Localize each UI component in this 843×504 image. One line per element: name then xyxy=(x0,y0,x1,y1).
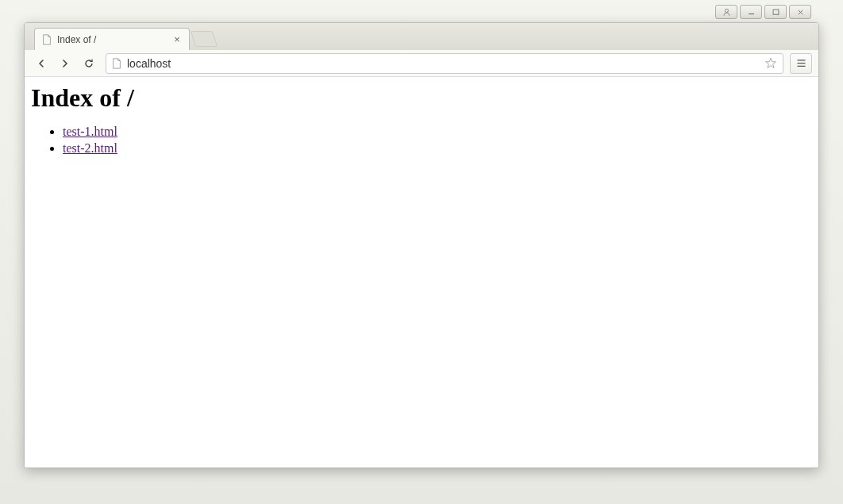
browser-toolbar: localhost xyxy=(25,50,818,77)
browser-tab[interactable]: Index of / × xyxy=(34,28,190,50)
svg-point-0 xyxy=(725,9,728,12)
menu-button[interactable] xyxy=(790,53,812,74)
svg-rect-2 xyxy=(773,10,779,14)
directory-listing: test-1.html test-2.html xyxy=(31,124,812,157)
bookmark-star-icon[interactable] xyxy=(764,56,778,71)
close-window-button[interactable] xyxy=(789,5,811,19)
list-item: test-2.html xyxy=(63,140,812,157)
tab-strip: Index of / × xyxy=(25,23,818,50)
list-item: test-1.html xyxy=(63,124,812,140)
reload-button[interactable] xyxy=(79,53,99,74)
maximize-button[interactable] xyxy=(764,5,787,19)
back-button[interactable] xyxy=(31,53,52,74)
new-tab-button[interactable] xyxy=(191,31,217,47)
close-tab-icon[interactable]: × xyxy=(171,34,183,45)
page-icon xyxy=(111,58,122,69)
forward-button[interactable] xyxy=(55,53,75,74)
file-link[interactable]: test-2.html xyxy=(63,141,117,155)
browser-window: Index of / × localhost Index of / xyxy=(24,22,819,468)
page-icon xyxy=(41,34,52,45)
url-text: localhost xyxy=(127,57,764,70)
window-controls xyxy=(715,5,811,19)
minimize-button[interactable] xyxy=(740,5,762,19)
page-content: Index of / test-1.html test-2.html xyxy=(25,77,818,467)
file-link[interactable]: test-1.html xyxy=(63,125,117,138)
page-heading: Index of / xyxy=(31,83,812,113)
user-button[interactable] xyxy=(715,5,737,19)
address-bar[interactable]: localhost xyxy=(106,53,783,74)
tab-title: Index of / xyxy=(57,34,168,45)
